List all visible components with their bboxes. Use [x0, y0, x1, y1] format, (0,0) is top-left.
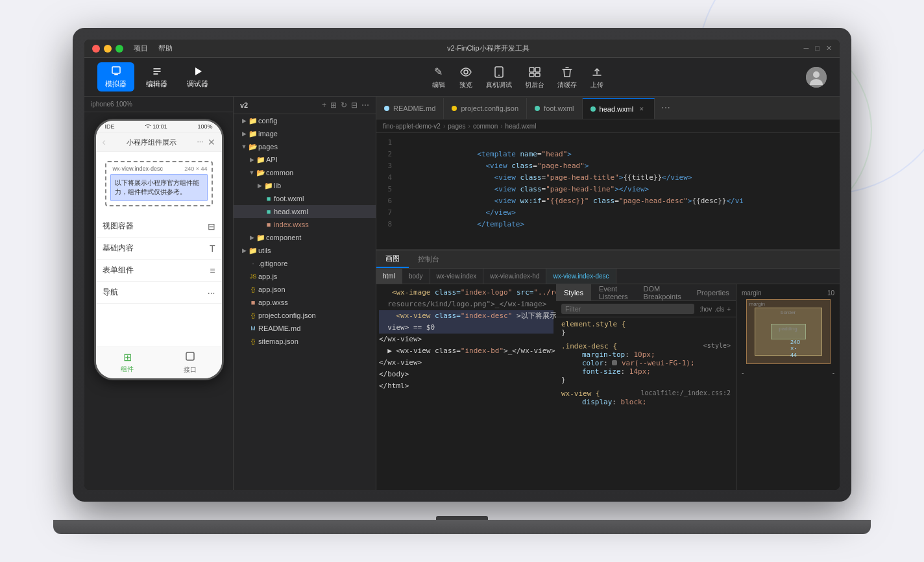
html-node-5: </wx-view>: [379, 334, 553, 345]
box-margin-dash: -: [742, 369, 744, 376]
editor-icon: [151, 65, 164, 78]
tree-item-component[interactable]: ▶ 📁 component: [234, 231, 376, 244]
code-content[interactable]: <template name="head"> <view class="page…: [396, 133, 840, 249]
devtools-tab-console[interactable]: 控制台: [409, 250, 448, 268]
tab-project-config[interactable]: project.config.json: [444, 98, 527, 119]
element-tab-html[interactable]: html: [376, 269, 402, 284]
more-files-icon[interactable]: ⋯: [361, 101, 369, 110]
tree-item-project-config[interactable]: {} project.config.json: [234, 309, 376, 322]
tree-item-head-wxml[interactable]: ■ head.wxml: [234, 205, 376, 218]
tree-item-app-wxss[interactable]: ■ app.wxss: [234, 296, 376, 309]
tab-readme[interactable]: README.md: [376, 98, 444, 119]
minimize-icon[interactable]: ─: [804, 44, 809, 53]
clear-cache-tool[interactable]: 清缓存: [557, 65, 577, 90]
tree-item-gitignore[interactable]: · .gitignore: [234, 257, 376, 270]
element-tab-wx-view-index-desc[interactable]: wx-view.index-desc: [546, 269, 616, 284]
arrow-sitemap: [240, 337, 248, 345]
element-tab-body[interactable]: body: [402, 269, 430, 284]
tree-label-config: config: [258, 117, 277, 125]
nav-item-4[interactable]: 导航 ···: [96, 282, 222, 304]
tree-item-lib[interactable]: ▶ 📁 lib: [234, 179, 376, 192]
breadcrumb-common: common: [473, 123, 498, 130]
new-file-icon[interactable]: +: [322, 101, 326, 110]
edit-tool[interactable]: ✎ 编辑: [432, 65, 446, 90]
real-device-label: 真机调试: [486, 80, 512, 90]
background-tool[interactable]: 切后台: [525, 65, 544, 90]
tree-item-utils[interactable]: ▶ 📁 utils: [234, 244, 376, 257]
icon-project-config: {}: [248, 310, 258, 321]
refresh-icon[interactable]: ↻: [341, 101, 347, 110]
svg-point-5: [498, 75, 500, 76]
filter-tag-plus[interactable]: +: [727, 306, 731, 313]
element-tab-wx-view-index[interactable]: wx-view.index: [430, 269, 484, 284]
tree-item-api[interactable]: ▶ 📁 API: [234, 153, 376, 166]
tree-item-image[interactable]: ▶ 📁 image: [234, 127, 376, 140]
new-folder-icon[interactable]: ⊞: [330, 101, 337, 110]
simulator-button[interactable]: 模拟器: [97, 62, 134, 92]
tree-item-readme[interactable]: M README.md: [234, 322, 376, 335]
devtools-tab-elements[interactable]: 画图: [376, 250, 409, 268]
tree-item-common[interactable]: ▼ 📂 common: [234, 166, 376, 179]
tab-foot-wxml[interactable]: foot.wxml: [527, 98, 582, 119]
menu-project[interactable]: 项目: [134, 43, 148, 53]
tree-item-config[interactable]: ▶ 📁 config: [234, 114, 376, 127]
close-button[interactable]: [92, 45, 100, 53]
svg-point-3: [464, 70, 468, 74]
style-rule-wx-view: wx-view { localfile:/_index.css:2 displa…: [561, 389, 731, 406]
tab-more-button[interactable]: ⋯: [655, 103, 677, 113]
tree-item-index-wxss[interactable]: ■ index.wxss: [234, 218, 376, 231]
minimize-button[interactable]: [104, 45, 112, 53]
tree-item-sitemap[interactable]: {} sitemap.json: [234, 335, 376, 348]
tab-label-readme: README.md: [393, 104, 435, 112]
html-node-6[interactable]: ▶ <wx-view class="index-bd">_</wx-view>: [379, 345, 553, 357]
tab-head-wxml[interactable]: head.wxml ✕: [583, 98, 655, 119]
tree-label-readme: README.md: [258, 324, 300, 332]
user-avatar[interactable]: [806, 67, 827, 88]
nav-item-1[interactable]: 视图容器 ⊟: [96, 215, 222, 238]
phone-wrapper: IDE 10:01 100%: [84, 112, 233, 490]
element-tab-wx-view-index-hd[interactable]: wx-view.index-hd: [483, 269, 546, 284]
menu-help[interactable]: 帮助: [158, 43, 173, 53]
html-node-1[interactable]: <wx-image class="index-logo" src="../res…: [379, 287, 553, 299]
preview-tool[interactable]: 预览: [459, 65, 473, 90]
debugger-button[interactable]: 调试器: [179, 62, 216, 92]
title-bar-left: 项目 帮助: [92, 43, 173, 53]
tab-api[interactable]: 接口: [159, 351, 222, 374]
collapse-icon[interactable]: ⊟: [351, 101, 358, 110]
tree-item-foot-wxml[interactable]: ■ foot.wxml: [234, 192, 376, 205]
close-phone-icon[interactable]: ✕: [208, 137, 215, 147]
title-bar: 项目 帮助 v2-FinClip小程序开发工具 ─ □ ✕: [84, 40, 840, 58]
real-device-tool[interactable]: 真机调试: [486, 65, 512, 90]
more-icon[interactable]: ···: [197, 137, 203, 147]
expand-icon[interactable]: □: [815, 44, 820, 53]
icon-sitemap: {}: [248, 336, 258, 347]
nav-icon-1: ⊟: [208, 221, 215, 232]
tree-item-app-json[interactable]: {} app.json: [234, 283, 376, 296]
nav-item-3[interactable]: 表单组件 ≡: [96, 260, 222, 282]
styles-tab-dom-breakpoints[interactable]: DOM Breakpoints: [636, 284, 689, 300]
html-node-3[interactable]: <wx-view class="index-desc" >以下将展示小程序官方组…: [379, 310, 553, 322]
upload-tool[interactable]: 上传: [590, 65, 604, 90]
preview-label: 预览: [459, 80, 472, 90]
nav-item-2[interactable]: 基础内容 T: [96, 238, 222, 260]
styles-tab-styles[interactable]: Styles: [556, 284, 591, 300]
folder-icon-utils: 📁: [248, 245, 258, 256]
tree-item-app-js[interactable]: JS app.js: [234, 270, 376, 283]
phone-content-area: wx-view.index-desc 240 × 44 以下将展示小程序官方组件…: [96, 152, 222, 215]
styles-tab-properties[interactable]: Properties: [689, 284, 736, 300]
tree-label-app-js: app.js: [258, 273, 277, 280]
tree-item-pages[interactable]: ▼ 📂 pages: [234, 140, 376, 153]
border-label: border: [781, 310, 796, 315]
editor-tabs: README.md project.config.json foot.wxml: [376, 97, 840, 119]
filter-input[interactable]: [561, 304, 694, 314]
battery-status: 100%: [197, 123, 212, 130]
filter-tag-cls[interactable]: .cls: [714, 306, 724, 313]
close-window-icon[interactable]: ✕: [826, 44, 832, 53]
filter-tag-hov[interactable]: :hov: [699, 306, 712, 313]
tab-close-head[interactable]: ✕: [637, 104, 646, 114]
styles-tab-event-listeners[interactable]: Event Listeners: [591, 284, 636, 300]
editor-button[interactable]: 编辑器: [138, 62, 175, 92]
tab-components[interactable]: ⊞ 组件: [96, 351, 159, 374]
maximize-button[interactable]: [116, 45, 123, 53]
arrow-app-json: [240, 286, 248, 293]
